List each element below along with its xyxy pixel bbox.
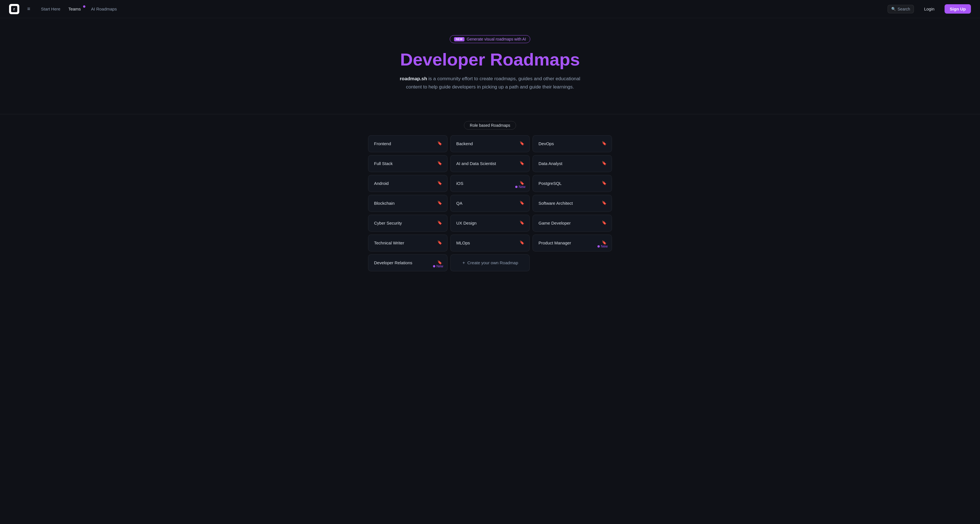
section-tabs: Role based Roadmaps [0,114,980,135]
roadmap-card-data-analyst[interactable]: Data Analyst🔖 [533,155,612,172]
roadmap-label-mlops: MLOps [456,240,470,245]
roadmap-label-full-stack: Full Stack [374,161,393,166]
navbar: r ≡ Start Here Teams AI Roadmaps 🔍 Searc… [0,0,980,18]
hamburger-icon[interactable]: ≡ [26,5,32,13]
logo[interactable]: r [9,4,19,14]
roadmap-grid: Frontend🔖Backend🔖DevOps🔖Full Stack🔖AI an… [363,135,617,271]
badge-text: Generate visual roadmaps with AI [467,37,526,41]
bookmark-icon[interactable]: 🔖 [520,201,524,205]
roadmap-card-software-architect[interactable]: Software Architect🔖 [533,195,612,212]
roadmap-card-game-developer[interactable]: Game Developer🔖 [533,215,612,232]
roadmap-card-frontend[interactable]: Frontend🔖 [368,135,447,152]
create-roadmap-label: Create your own Roadmap [467,260,518,265]
roadmap-card-postgresql[interactable]: PostgreSQL🔖 [533,175,612,192]
bookmark-icon[interactable]: 🔖 [602,181,606,185]
roadmap-card-android[interactable]: Android🔖 [368,175,447,192]
bookmark-icon[interactable]: 🔖 [437,260,442,264]
bookmark-icon[interactable]: 🔖 [520,161,524,165]
bookmark-icon[interactable]: 🔖 [437,161,442,165]
nav-start-here[interactable]: Start Here [38,5,63,13]
hero-title: Developer Roadmaps [6,50,974,69]
roadmap-card-full-stack[interactable]: Full Stack🔖 [368,155,447,172]
roadmap-card-ios[interactable]: iOS🔖New [450,175,530,192]
nav-links: Start Here Teams AI Roadmaps [38,5,120,13]
roadmap-label-game-developer: Game Developer [538,221,571,225]
roadmap-label-ios: iOS [456,181,463,186]
new-badge-ios: New [515,185,525,189]
roadmap-label-frontend: Frontend [374,141,391,146]
roadmap-label-postgresql: PostgreSQL [538,181,562,186]
roadmap-card-mlops[interactable]: MLOps🔖 [450,234,530,252]
roadmap-label-ux-design: UX Design [456,221,477,225]
roadmap-label-data-analyst: Data Analyst [538,161,562,166]
new-text: New [519,185,525,189]
roadmap-card-qa[interactable]: QA🔖 [450,195,530,212]
roadmap-card-blockchain[interactable]: Blockchain🔖 [368,195,447,212]
new-text: New [601,244,608,248]
hero-section: NEW Generate visual roadmaps with AI Dev… [0,18,980,103]
bookmark-icon[interactable]: 🔖 [437,220,442,225]
roadmap-card-devops[interactable]: DevOps🔖 [533,135,612,152]
roadmap-label-cyber-security: Cyber Security [374,221,402,225]
bookmark-icon[interactable]: 🔖 [437,141,442,145]
new-badge-developer-relations: New [433,264,443,268]
roadmap-card-ai-data-scientist[interactable]: AI and Data Scientist🔖 [450,155,530,172]
roadmap-label-technical-writer: Technical Writer [374,240,404,245]
new-label: NEW [454,37,465,41]
roadmap-card-cyber-security[interactable]: Cyber Security🔖 [368,215,447,232]
new-text: New [436,264,443,268]
search-label: Search [897,7,910,11]
roadmap-card-ux-design[interactable]: UX Design🔖 [450,215,530,232]
roadmap-label-android: Android [374,181,389,186]
ai-badge[interactable]: NEW Generate visual roadmaps with AI [450,35,530,43]
roadmap-card-technical-writer[interactable]: Technical Writer🔖 [368,234,447,252]
bookmark-icon[interactable]: 🔖 [520,220,524,225]
bookmark-icon[interactable]: 🔖 [602,220,606,225]
brand-name: roadmap.sh [400,76,427,81]
bookmark-icon[interactable]: 🔖 [520,141,524,145]
roadmap-label-blockchain: Blockchain [374,201,395,205]
signup-button[interactable]: Sign Up [945,4,971,14]
roadmap-label-backend: Backend [456,141,473,146]
new-badge-product-manager: New [597,244,608,248]
new-dot [515,186,517,188]
roadmap-label-ai-data-scientist: AI and Data Scientist [456,161,496,166]
roadmap-label-devops: DevOps [538,141,554,146]
roadmap-card-product-manager[interactable]: Product Manager🔖New [533,234,612,252]
roadmap-label-product-manager: Product Manager [538,240,571,245]
hero-subtitle-rest: is a community effort to create roadmaps… [406,76,581,89]
bookmark-icon[interactable]: 🔖 [437,240,442,245]
roadmap-label-software-architect: Software Architect [538,201,573,205]
bookmark-icon[interactable]: 🔖 [437,181,442,185]
new-dot [433,265,435,268]
new-dot [597,245,600,247]
bookmark-icon[interactable]: 🔖 [602,240,606,245]
nav-ai-roadmaps[interactable]: AI Roadmaps [88,5,120,13]
roadmap-card-backend[interactable]: Backend🔖 [450,135,530,152]
bookmark-icon[interactable]: 🔖 [520,181,524,185]
create-roadmap-card[interactable]: +Create your own Roadmap [450,254,530,271]
search-icon: 🔍 [891,7,896,11]
hero-subtitle: roadmap.sh is a community effort to crea… [394,75,586,91]
roadmap-label-qa: QA [456,201,463,205]
bookmark-icon[interactable]: 🔖 [602,161,606,165]
login-button[interactable]: Login [921,5,938,13]
tab-role-based[interactable]: Role based Roadmaps [464,121,516,130]
roadmap-label-developer-relations: Developer Relations [374,260,412,265]
bookmark-icon[interactable]: 🔖 [520,240,524,245]
logo-icon: r [11,6,17,12]
bookmark-icon[interactable]: 🔖 [602,141,606,145]
bookmark-icon[interactable]: 🔖 [437,201,442,205]
roadmap-card-developer-relations[interactable]: Developer Relations🔖New [368,254,447,271]
bookmark-icon[interactable]: 🔖 [602,201,606,205]
teams-dot [83,5,85,8]
plus-icon: + [463,260,465,265]
nav-teams[interactable]: Teams [65,5,86,13]
search-box[interactable]: 🔍 Search [888,5,914,13]
